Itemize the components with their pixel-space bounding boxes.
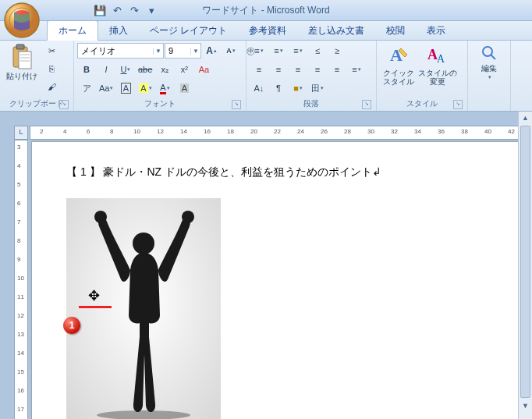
clear-format-button[interactable]: Aa [194, 61, 213, 78]
show-marks-button[interactable]: ¶ [269, 80, 288, 97]
qat-more-icon[interactable]: ▾ [145, 4, 158, 16]
align-right-button[interactable]: ≡ [289, 61, 307, 78]
strike-button[interactable]: abe [136, 61, 154, 78]
group-font: ▼ ▼ A▴ A▾ ㊥ B I U▾ abe x₂ x² Aa ア Aa▾ A … [74, 41, 246, 111]
title-bar: 💾 ↶ ↷ ▾ ワードサイト - Microsoft Word [0, 0, 532, 21]
save-icon[interactable]: 💾 [94, 4, 106, 16]
line-spacing-button[interactable]: ≡▾ [347, 61, 366, 78]
char-shading-button[interactable]: A [175, 80, 193, 97]
chevron-down-icon[interactable]: ▼ [153, 48, 163, 55]
tab-references[interactable]: 参考資料 [238, 21, 297, 40]
group-styles: A クイック スタイル AA スタイルの 変更 スタイル↘ [377, 41, 468, 111]
ribbon-tabs: ホーム 挿入 ページ レイアウト 参考資料 差し込み文書 校閲 表示 [0, 21, 532, 41]
cut-icon: ✂ [48, 46, 55, 56]
group-editing: 編集 ▾ [468, 41, 511, 111]
bold-button[interactable]: B [77, 61, 96, 78]
format-painter-button[interactable]: 🖌 [42, 78, 61, 95]
font-name-input[interactable] [78, 46, 153, 55]
svg-point-16 [182, 211, 194, 223]
align-center-button[interactable]: ≡ [269, 61, 288, 78]
ribbon: 貼り付け ✂ ⎘ 🖌 クリップボード↘ ▼ ▼ A▴ A▾ ㊥ B I U▾ [0, 41, 532, 112]
decrease-indent-button[interactable]: ≤ [308, 42, 327, 59]
quick-styles-button[interactable]: A クイック スタイル [380, 42, 417, 86]
inline-image[interactable]: ✥ 1 [66, 198, 221, 419]
undo-icon[interactable]: ↶ [111, 4, 123, 16]
office-button[interactable] [3, 2, 41, 39]
cut-button[interactable]: ✂ [42, 42, 61, 59]
superscript-button[interactable]: x² [175, 61, 193, 78]
distribute-button[interactable]: ≡ [328, 61, 346, 78]
sort-button[interactable]: A↓ [250, 80, 268, 97]
clipboard-launcher[interactable]: ↘ [59, 100, 69, 109]
window-title: ワードサイト - Microsoft Word [202, 4, 329, 17]
tab-view[interactable]: 表示 [416, 21, 456, 40]
tab-home[interactable]: ホーム [47, 20, 98, 41]
change-styles-icon: AA [426, 44, 449, 67]
vertical-scrollbar[interactable]: ▲ ▼ ◦ [518, 112, 532, 419]
copy-button[interactable]: ⎘ [42, 60, 61, 77]
callout-badge-1: 1 [63, 317, 80, 334]
tab-review[interactable]: 校閲 [375, 21, 416, 40]
change-case-button[interactable]: Aa▾ [97, 80, 115, 97]
quick-access-toolbar: 💾 ↶ ↷ ▾ [94, 4, 158, 16]
svg-point-15 [94, 211, 107, 223]
svg-rect-3 [16, 44, 24, 49]
font-launcher[interactable]: ↘ [232, 100, 241, 109]
document-heading[interactable]: 【 1 】 豪ドル・NZ ドルの今後と、利益を狙うためのポイント↲ [66, 165, 508, 179]
group-clipboard: 貼り付け ✂ ⎘ 🖌 クリップボード↘ [0, 41, 74, 111]
italic-button[interactable]: I [97, 61, 115, 78]
svg-line-12 [491, 55, 495, 59]
paragraph-launcher[interactable]: ↘ [362, 100, 371, 109]
chevron-down-icon[interactable]: ▼ [190, 48, 200, 55]
change-styles-button[interactable]: AA スタイルの 変更 [419, 42, 456, 86]
tab-page-layout[interactable]: ページ レイアウト [139, 21, 238, 40]
spellcheck-underline [79, 306, 112, 308]
document-area: L 24681012141618202224262830323436384042… [0, 112, 532, 419]
tab-insert[interactable]: 挿入 [98, 21, 139, 40]
scroll-down-icon[interactable]: ▼ [519, 399, 532, 412]
scroll-up-icon[interactable]: ▲ [519, 112, 532, 124]
multilevel-button[interactable]: ≡▾ [289, 42, 307, 59]
svg-point-14 [133, 233, 154, 254]
quick-styles-icon: A [387, 44, 410, 67]
horizontal-ruler[interactable]: 24681012141618202224262830323436384042 [30, 126, 532, 140]
paste-button[interactable]: 貼り付け [3, 42, 41, 80]
paste-icon [11, 44, 33, 70]
editing-button[interactable]: 編集 ▾ [471, 42, 507, 80]
shading-button[interactable]: ■▾ [289, 80, 307, 97]
shrink-font-button[interactable]: A▾ [222, 42, 240, 59]
page[interactable]: 【 1 】 豪ドル・NZ ドルの今後と、利益を狙うためのポイント↲ ✥ [31, 141, 532, 419]
font-size-combo[interactable]: ▼ [165, 43, 201, 59]
styles-launcher[interactable]: ↘ [453, 100, 463, 109]
svg-text:A: A [437, 53, 445, 65]
font-size-input[interactable] [165, 46, 190, 55]
char-border-button[interactable]: A [116, 80, 135, 97]
numbering-button[interactable]: ≡▾ [269, 42, 288, 59]
group-paragraph: ≡▾ ≡▾ ≡▾ ≤ ≥ ≡ ≡ ≡ ≡ ≡ ≡▾ A↓ ¶ ■▾ 田▾ 段落↘ [246, 41, 377, 111]
bullets-button[interactable]: ≡▾ [250, 42, 268, 59]
tab-selector[interactable]: L [14, 126, 28, 140]
scrollbar-thumb[interactable] [520, 126, 530, 398]
borders-button[interactable]: 田▾ [308, 80, 327, 97]
font-name-combo[interactable]: ▼ [77, 43, 164, 59]
vertical-ruler[interactable]: 34567891011121314151617 [14, 140, 28, 419]
underline-button[interactable]: U▾ [116, 61, 135, 78]
tab-mailings[interactable]: 差し込み文書 [297, 21, 375, 40]
font-color-button[interactable]: A▾ [155, 80, 174, 97]
copy-icon: ⎘ [49, 64, 55, 73]
find-icon [480, 44, 498, 62]
svg-rect-4 [19, 51, 31, 69]
align-left-button[interactable]: ≡ [250, 61, 268, 78]
painter-icon: 🖌 [48, 82, 56, 91]
phonetic-button[interactable]: ア [77, 80, 96, 97]
justify-button[interactable]: ≡ [308, 61, 327, 78]
silhouette-image [66, 198, 221, 419]
increase-indent-button[interactable]: ≥ [328, 42, 346, 59]
grow-font-button[interactable]: A▴ [202, 42, 221, 59]
highlight-button[interactable]: A▾ [136, 80, 154, 97]
redo-icon[interactable]: ↷ [128, 4, 140, 16]
subscript-button[interactable]: x₂ [155, 61, 174, 78]
